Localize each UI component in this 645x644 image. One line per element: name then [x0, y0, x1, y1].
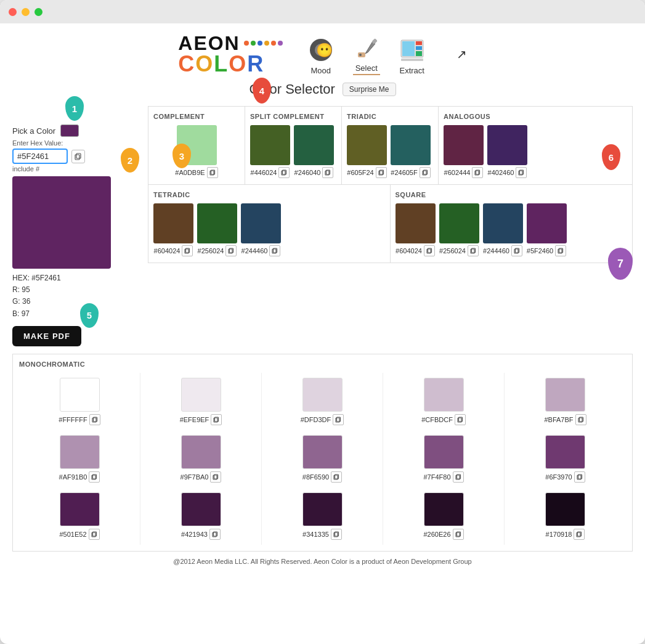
maximize-button[interactable] — [34, 8, 43, 16]
dot-purple — [278, 41, 283, 46]
swatch-item: #244460 — [241, 203, 281, 256]
copy-mono-button[interactable] — [453, 471, 464, 483]
mono-row: #8F6590 — [302, 471, 342, 483]
swatch-row: #604024 — [154, 245, 193, 256]
copy-swatch-button[interactable] — [225, 245, 237, 256]
svg-rect-8 — [402, 41, 415, 56]
copy-mono-button[interactable] — [453, 529, 464, 540]
mono-hex: #AF91B0 — [59, 473, 87, 481]
copy-mono-button[interactable] — [331, 529, 342, 540]
logo-dots — [244, 41, 283, 46]
swatch-item: #244460 — [483, 203, 523, 256]
mono-item: #8F6590 — [262, 430, 383, 487]
copy-mono-button[interactable] — [89, 471, 100, 483]
badge-1: 1 — [65, 96, 84, 121]
section-analogous: ANALOGOUS #602444 — [439, 107, 632, 184]
titlebar — [0, 0, 645, 23]
copy-mono-button[interactable] — [574, 529, 585, 540]
mono-item: #421943 — [140, 487, 262, 545]
dot-yellow — [264, 41, 269, 46]
swatch-item: #602444 — [444, 125, 484, 178]
copy-mono-button[interactable] — [333, 414, 344, 425]
logo-color-text: COLOR — [178, 53, 282, 75]
svg-rect-11 — [416, 51, 422, 56]
copy-mono-button[interactable] — [89, 529, 100, 540]
mono-item: #FFFFFF — [19, 373, 140, 430]
mono-swatch-7f4f80 — [424, 435, 464, 469]
copy-swatch-button[interactable] — [424, 245, 435, 256]
swatch-hex: #604024 — [396, 247, 422, 255]
copy-swatch-button[interactable] — [182, 245, 193, 256]
nav-mood[interactable]: 😶 Mood — [307, 36, 335, 75]
copy-swatch-button[interactable] — [269, 245, 280, 256]
swatch-244460-t — [241, 203, 281, 243]
copy-swatch-button[interactable] — [420, 167, 431, 178]
swatch-256024-s — [439, 203, 479, 243]
mono-item: #BFA7BF — [505, 373, 626, 430]
swatch-446024 — [250, 125, 290, 165]
square-swatches: #604024 #256024 — [396, 203, 628, 256]
app-window: AEON COLOR — [0, 0, 645, 644]
logo: AEON COLOR — [178, 33, 282, 75]
copy-swatch-button[interactable] — [278, 167, 290, 178]
badge-5: 5 — [80, 303, 99, 328]
copy-mono-button[interactable] — [209, 529, 221, 540]
copy-swatch-button[interactable] — [468, 245, 479, 256]
copy-swatch-button[interactable] — [322, 167, 333, 178]
nav-select[interactable]: Select — [353, 34, 380, 75]
mood-icon: 😶 — [307, 36, 335, 63]
swatch-604024-s — [396, 203, 436, 243]
copy-swatch-button[interactable] — [472, 167, 483, 178]
mono-hex: #260E26 — [423, 531, 450, 538]
tetradic-label: TETRADIC — [153, 191, 385, 198]
analogous-swatches: #602444 #402460 — [444, 125, 627, 178]
color-swatch-picker[interactable] — [60, 124, 79, 137]
mono-hex: #DFD3DF — [301, 416, 331, 423]
minimize-button[interactable] — [22, 8, 30, 16]
mono-row: #FFFFFF — [59, 414, 100, 425]
right-panel: 4 6 7 COMPLEMENT #A0DB9E — [148, 106, 633, 346]
hex-input[interactable] — [12, 149, 68, 164]
mono-item: #DFD3DF — [262, 373, 383, 430]
mono-hex: #7F4F80 — [423, 473, 450, 481]
swatch-row: #256024 — [198, 245, 237, 256]
mono-hex: #421943 — [181, 531, 208, 538]
copy-swatch-button[interactable] — [555, 245, 566, 256]
mono-row: #170918 — [546, 529, 585, 540]
copy-mono-button[interactable] — [331, 471, 342, 483]
copy-swatch-button[interactable] — [376, 167, 387, 178]
extract-icon — [399, 36, 426, 63]
copy-swatch-button[interactable] — [511, 245, 522, 256]
copy-mono-button[interactable] — [574, 471, 585, 483]
swatch-244460-s — [483, 203, 523, 243]
copy-mono-button[interactable] — [211, 414, 222, 425]
copy-mono-button[interactable] — [89, 414, 100, 425]
swatch-24605f — [391, 125, 431, 165]
copy-hex-button[interactable] — [71, 150, 85, 163]
badge-4: 4 — [253, 78, 271, 104]
section-triadic: TRIADIC #605F24 — [342, 107, 439, 184]
mono-row-1: #FFFFFF #EFE9EF #DFD3DF — [19, 373, 626, 430]
b-value: B: 97 — [12, 308, 142, 320]
copy-swatch-button[interactable] — [207, 167, 218, 178]
app-content: AEON COLOR — [0, 23, 645, 584]
nav-extract[interactable]: Extract — [399, 36, 426, 75]
copy-swatch-button[interactable] — [516, 167, 527, 178]
swatch-item: #446024 — [250, 125, 290, 178]
swatch-hex: #244460 — [483, 247, 509, 255]
swatch-item: #605F24 — [347, 125, 387, 178]
extract-label: Extract — [399, 66, 424, 75]
copy-mono-button[interactable] — [575, 414, 586, 425]
make-pdf-button[interactable]: MAKE PDF — [12, 326, 81, 346]
swatch-item: #402460 — [487, 125, 527, 178]
mono-hex: #EFE9EF — [180, 416, 209, 423]
copy-mono-button[interactable] — [210, 471, 221, 483]
close-button[interactable] — [9, 8, 17, 16]
mono-hex: #501E52 — [59, 531, 86, 538]
copy-mono-button[interactable] — [455, 414, 466, 425]
square-label: SQUARE — [396, 191, 628, 198]
surprise-me-button[interactable]: Surprise Me — [343, 83, 396, 96]
swatch-item: #256024 — [197, 203, 237, 256]
swatch-hex: #244460 — [241, 247, 268, 255]
split-complement-label: SPLIT COMPLEMENT — [250, 113, 336, 120]
